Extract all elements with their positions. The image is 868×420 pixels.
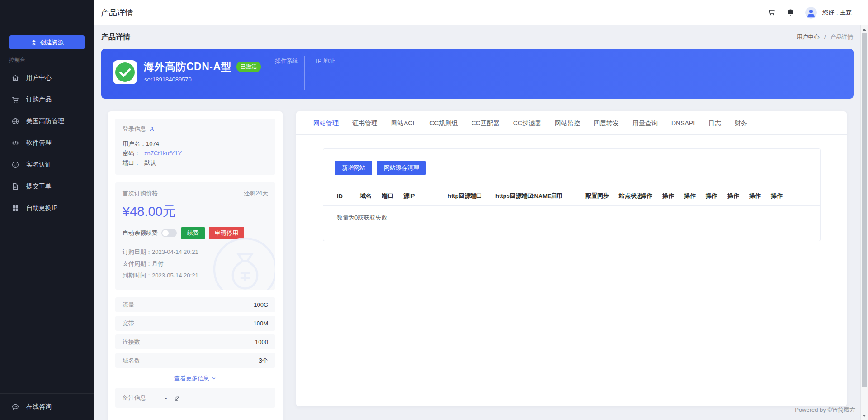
- scrollbar-thumb[interactable]: [862, 33, 867, 387]
- vertical-scrollbar[interactable]: [860, 25, 868, 420]
- sidebar-item[interactable]: 实名认证: [0, 154, 94, 176]
- sidebar-section-label: 控制台: [9, 57, 94, 64]
- status-badge: 已激活: [236, 62, 261, 72]
- globe-icon: [11, 117, 19, 125]
- table-header: 启用: [551, 192, 585, 200]
- app-window: 创建资源 控制台 用户中心 订购产品 美国高防管理: [0, 0, 868, 420]
- tab[interactable]: 财务: [735, 119, 747, 134]
- table-header: 操作: [749, 192, 771, 200]
- create-resource-button[interactable]: 创建资源: [9, 35, 85, 49]
- document-icon: [11, 182, 19, 191]
- table-header: 端口: [382, 192, 403, 200]
- sidebar-item[interactable]: 用户中心: [0, 67, 94, 89]
- powered-by: Powered by ©智简魔方: [795, 406, 855, 414]
- tab[interactable]: DNSAPI: [671, 119, 695, 134]
- table-header-row: ID 域名 端口 源IP http回源端口 https回源端口 CNAME: [323, 186, 820, 206]
- sidebar-item-label: 提交工单: [26, 182, 52, 191]
- banner-divider: [265, 56, 265, 90]
- chat-icon: [11, 403, 19, 411]
- sidebar-item-online-support[interactable]: 在线咨询: [0, 394, 94, 420]
- sidebar-item-label: 用户中心: [26, 74, 52, 82]
- sidebar-item[interactable]: 自助更换IP: [0, 197, 94, 219]
- sidebar-footer: 在线咨询: [0, 393, 94, 420]
- table-header: CNAME: [530, 193, 551, 200]
- price-amount: ¥48.00元: [123, 203, 268, 221]
- avatar[interactable]: [805, 7, 817, 19]
- tab[interactable]: 用量查询: [632, 119, 658, 134]
- renew-button[interactable]: 续费: [181, 227, 205, 239]
- banner-divider: [304, 56, 305, 90]
- content-row: 登录信息 用户名：1074 密码：zn7Ct1kufY1Y: [108, 111, 868, 420]
- table-header: ID: [337, 193, 360, 200]
- spec-row: 域名数 3个: [115, 353, 275, 368]
- breadcrumb-user-center[interactable]: 用户中心: [797, 34, 820, 40]
- tab[interactable]: CC过滤器: [513, 119, 541, 134]
- login-info-section: 登录信息 用户名：1074 密码：zn7Ct1kufY1Y: [115, 119, 275, 175]
- order-dates: 订购日期：2023-04-14 20:21 支付周期：月付 到期时间：2023-…: [123, 246, 268, 282]
- spec-list: 流量 100G 宽带 100M 连接数 1000: [115, 297, 275, 368]
- pencil-icon[interactable]: [174, 395, 180, 401]
- breadcrumb-current: 产品详情: [830, 34, 853, 40]
- cart-icon[interactable]: [767, 8, 776, 17]
- tab[interactable]: CC匹配器: [471, 119, 499, 134]
- date-row: 支付周期：月付: [123, 258, 268, 270]
- face-icon: [11, 161, 19, 169]
- login-row: 端口：默认: [123, 158, 268, 167]
- auto-renew-toggle[interactable]: [161, 229, 177, 237]
- product-serial: ser189184089570: [144, 76, 192, 83]
- price-label: 首次订购价格: [123, 189, 158, 197]
- product-banner: 海外高防CDN-A型 已激活 ser189184089570 操作系统 IP 地…: [101, 49, 854, 99]
- table-header: 操作: [706, 192, 727, 200]
- tab[interactable]: CC规则组: [429, 119, 458, 134]
- remark-value: -: [165, 395, 167, 401]
- sidebar-item[interactable]: 提交工单: [0, 176, 94, 197]
- tab[interactable]: 证书管理: [352, 119, 377, 134]
- tab[interactable]: 四层转发: [594, 119, 619, 134]
- main-area: 产品详情 您好，王森 产品详情 用户中心 / 产品详情 海外高防CDN-A型 已…: [94, 0, 868, 420]
- table-empty-text: 数量为0或获取失败: [323, 206, 820, 222]
- sidebar-item-label: 实名认证: [26, 161, 52, 169]
- create-resource-label: 创建资源: [40, 38, 64, 47]
- person-icon: [149, 126, 155, 132]
- view-more-link[interactable]: 查看更多信息: [115, 374, 275, 382]
- sidebar-menu: 用户中心 订购产品 美国高防管理 软件管理: [0, 67, 94, 219]
- table-header: 域名: [360, 192, 382, 200]
- auto-renew-label: 自动余额续费: [123, 229, 158, 237]
- add-website-button[interactable]: 新增网站: [335, 161, 372, 175]
- remark-label: 备注信息: [123, 394, 146, 402]
- bell-icon[interactable]: [786, 8, 795, 17]
- remark-row: 备注信息 -: [115, 388, 275, 408]
- ip-value: -: [316, 68, 318, 75]
- tab[interactable]: 日志: [708, 119, 721, 134]
- sidebar-item-label: 美国高防管理: [26, 117, 64, 125]
- header-actions: 您好，王森: [767, 7, 852, 19]
- breadcrumb-row: 产品详情 用户中心 / 产品详情: [94, 25, 868, 42]
- login-info-title: 登录信息: [123, 125, 146, 133]
- table-header: 操作: [662, 192, 684, 200]
- cart-icon: [11, 95, 19, 104]
- table-header: 配置同步: [585, 192, 619, 200]
- grid-icon: [11, 204, 19, 212]
- sidebar-item[interactable]: 订购产品: [0, 89, 94, 110]
- login-rows: 用户名：1074 密码：zn7Ct1kufY1Y 端口：默认: [123, 139, 268, 167]
- tab[interactable]: 网站ACL: [391, 119, 416, 134]
- management-panel: 网站管理 证书管理 网站ACL CC规则组: [296, 111, 847, 406]
- os-label: 操作系统: [275, 57, 298, 65]
- stop-service-button[interactable]: 申请停用: [209, 227, 244, 239]
- clear-cache-button[interactable]: 网站缓存清理: [377, 161, 426, 175]
- sidebar: 创建资源 控制台 用户中心 订购产品 美国高防管理: [0, 0, 94, 420]
- user-greeting[interactable]: 您好，王森: [822, 9, 852, 17]
- scroll-up-arrow[interactable]: [861, 26, 868, 33]
- table-header: 操作: [641, 192, 662, 200]
- tab[interactable]: 网站监控: [555, 119, 580, 134]
- top-header: 产品详情 您好，王森: [94, 0, 868, 25]
- product-info-card: 登录信息 用户名：1074 密码：zn7Ct1kufY1Y: [108, 111, 283, 420]
- table-header: 源IP: [403, 192, 448, 200]
- sidebar-item[interactable]: 软件管理: [0, 132, 94, 154]
- page-title: 产品详情: [101, 33, 130, 42]
- sidebar-item[interactable]: 美国高防管理: [0, 110, 94, 132]
- spec-row: 连接数 1000: [115, 334, 275, 349]
- tab[interactable]: 网站管理: [313, 119, 339, 134]
- table-header: http回源端口: [448, 192, 495, 200]
- scroll-down-arrow[interactable]: [861, 412, 868, 419]
